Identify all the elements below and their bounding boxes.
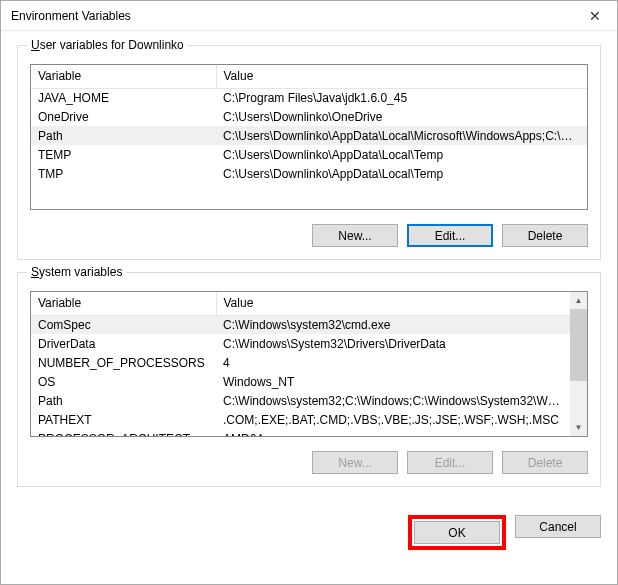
- cell-value: AMD64: [216, 429, 570, 436]
- system-delete-button[interactable]: Delete: [502, 451, 588, 474]
- cell-value: C:\Users\Downlinko\AppData\Local\Microso…: [216, 126, 587, 145]
- cell-variable: PROCESSOR_ARCHITECTURE: [31, 429, 216, 436]
- cell-value: 4: [216, 353, 570, 372]
- close-button[interactable]: ✕: [572, 1, 617, 31]
- table-row[interactable]: OSWindows_NT: [31, 372, 570, 391]
- dialog-button-row: OK Cancel: [1, 511, 617, 560]
- user-new-button[interactable]: New...: [312, 224, 398, 247]
- table-row[interactable]: PathC:\Windows\system32;C:\Windows;C:\Wi…: [31, 391, 570, 410]
- system-variables-table-container: Variable Value ComSpecC:\Windows\system3…: [30, 291, 588, 437]
- close-icon: ✕: [589, 8, 601, 24]
- cell-variable: JAVA_HOME: [31, 88, 216, 107]
- system-col-variable[interactable]: Variable: [31, 292, 216, 315]
- window-title: Environment Variables: [11, 9, 131, 23]
- system-scrollbar[interactable]: ▲ ▼: [570, 292, 587, 436]
- scroll-track[interactable]: [570, 309, 587, 419]
- table-row[interactable]: PathC:\Users\Downlinko\AppData\Local\Mic…: [31, 126, 587, 145]
- cell-variable: ComSpec: [31, 315, 216, 334]
- user-variables-table-container: Variable Value JAVA_HOMEC:\Program Files…: [30, 64, 588, 210]
- table-row[interactable]: PROCESSOR_ARCHITECTUREAMD64: [31, 429, 570, 436]
- user-variables-table[interactable]: Variable Value JAVA_HOMEC:\Program Files…: [31, 65, 587, 183]
- system-edit-button[interactable]: Edit...: [407, 451, 493, 474]
- user-button-row: New... Edit... Delete: [30, 224, 588, 247]
- table-row[interactable]: OneDriveC:\Users\Downlinko\OneDrive: [31, 107, 587, 126]
- system-variables-group: System variables Variable Value ComSpecC…: [17, 272, 601, 487]
- cell-variable: OS: [31, 372, 216, 391]
- scroll-down-icon[interactable]: ▼: [570, 419, 587, 436]
- table-row[interactable]: PATHEXT.COM;.EXE;.BAT;.CMD;.VBS;.VBE;.JS…: [31, 410, 570, 429]
- system-variables-table[interactable]: Variable Value ComSpecC:\Windows\system3…: [31, 292, 570, 436]
- cell-value: C:\Program Files\Java\jdk1.6.0_45: [216, 88, 587, 107]
- cell-value: C:\Windows\system32\cmd.exe: [216, 315, 570, 334]
- dialog-content: User variables for Downlinko Variable Va…: [1, 31, 617, 511]
- cell-variable: DriverData: [31, 334, 216, 353]
- table-row[interactable]: DriverDataC:\Windows\System32\Drivers\Dr…: [31, 334, 570, 353]
- system-new-button[interactable]: New...: [312, 451, 398, 474]
- user-delete-button[interactable]: Delete: [502, 224, 588, 247]
- cell-value: .COM;.EXE;.BAT;.CMD;.VBS;.VBE;.JS;.JSE;.…: [216, 410, 570, 429]
- cell-value: C:\Users\Downlinko\AppData\Local\Temp: [216, 164, 587, 183]
- cell-variable: Path: [31, 126, 216, 145]
- table-row[interactable]: NUMBER_OF_PROCESSORS4: [31, 353, 570, 372]
- user-variables-group: User variables for Downlinko Variable Va…: [17, 45, 601, 260]
- system-button-row: New... Edit... Delete: [30, 451, 588, 474]
- cell-variable: TMP: [31, 164, 216, 183]
- user-edit-button[interactable]: Edit...: [407, 224, 493, 247]
- table-row[interactable]: ComSpecC:\Windows\system32\cmd.exe: [31, 315, 570, 334]
- cell-variable: Path: [31, 391, 216, 410]
- scroll-up-icon[interactable]: ▲: [570, 292, 587, 309]
- cell-value: C:\Users\Downlinko\OneDrive: [216, 107, 587, 126]
- titlebar: Environment Variables ✕: [1, 1, 617, 31]
- system-variables-label: System variables: [27, 265, 126, 279]
- cell-value: C:\Users\Downlinko\AppData\Local\Temp: [216, 145, 587, 164]
- cell-variable: OneDrive: [31, 107, 216, 126]
- user-variables-label: User variables for Downlinko: [27, 38, 188, 52]
- cell-variable: PATHEXT: [31, 410, 216, 429]
- cell-value: C:\Windows\System32\Drivers\DriverData: [216, 334, 570, 353]
- scroll-thumb[interactable]: [570, 309, 587, 381]
- table-row[interactable]: TMPC:\Users\Downlinko\AppData\Local\Temp: [31, 164, 587, 183]
- cell-value: Windows_NT: [216, 372, 570, 391]
- cell-value: C:\Windows\system32;C:\Windows;C:\Window…: [216, 391, 570, 410]
- table-row[interactable]: TEMPC:\Users\Downlinko\AppData\Local\Tem…: [31, 145, 587, 164]
- cell-variable: TEMP: [31, 145, 216, 164]
- user-col-variable[interactable]: Variable: [31, 65, 216, 88]
- table-row[interactable]: JAVA_HOMEC:\Program Files\Java\jdk1.6.0_…: [31, 88, 587, 107]
- cell-variable: NUMBER_OF_PROCESSORS: [31, 353, 216, 372]
- ok-button[interactable]: OK: [414, 521, 500, 544]
- cancel-button[interactable]: Cancel: [515, 515, 601, 538]
- user-col-value[interactable]: Value: [216, 65, 587, 88]
- system-col-value[interactable]: Value: [216, 292, 570, 315]
- ok-highlight-box: OK: [408, 515, 506, 550]
